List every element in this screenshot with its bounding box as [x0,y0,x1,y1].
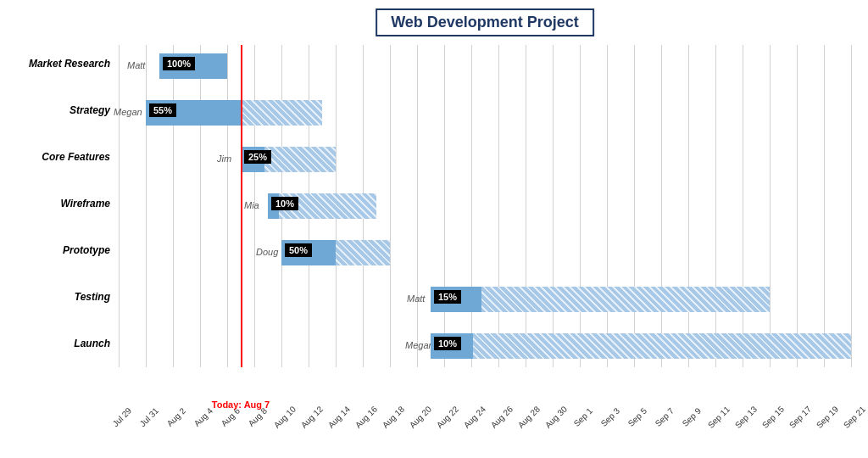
row-label-market-research: Market Research [29,58,110,70]
gantt-bar-strategy: Megan55% [146,100,322,126]
x-axis-label: Sep 17 [787,405,813,430]
person-label-wireframe: Mia [244,200,259,210]
x-axis-label: Aug 10 [272,405,298,430]
grid-line [227,45,228,367]
grid-line [580,45,581,367]
x-axis-label: Aug 14 [326,405,352,430]
bar-hatched-strategy [242,100,322,126]
bar-hatched-launch [473,333,851,359]
grid-line [770,45,771,367]
x-axis-label: Sep 11 [706,405,732,430]
person-label-strategy: Megan [114,107,142,117]
x-axis-label: Sep 5 [626,406,648,428]
person-label-launch: Megan [405,340,434,350]
percent-badge-core-features: 25% [244,150,271,164]
row-label-prototype: Prototype [63,244,110,256]
gantt-bar-testing: Matt15% [431,287,770,312]
row-labels: Market ResearchStrategyCore FeaturesWire… [0,45,114,367]
x-axis-label: Sep 15 [760,405,786,430]
grid-line [797,45,798,367]
row-label-wireframe: Wireframe [60,198,110,209]
x-axis-label: Aug 24 [462,405,487,430]
x-axis-label: Aug 30 [543,405,569,430]
x-axis-label: Sep 3 [599,406,621,428]
grid-line [526,45,526,367]
grid-line [661,45,662,367]
grid-line [390,45,391,367]
bar-hatched-testing [481,287,770,312]
grid-line [119,45,120,367]
chart-title: Web Development Project [376,8,594,36]
x-axis-label: Aug 26 [489,405,515,430]
grid-line [824,45,825,367]
today-line: Today: Aug 7 [241,45,242,367]
person-label-testing: Matt [407,293,425,304]
percent-badge-launch: 10% [434,337,461,350]
row-label-launch: Launch [74,338,110,349]
chart-container: Web Development Project Market ResearchS… [0,0,868,458]
x-axis-label: Jul 31 [138,406,161,429]
person-label-prototype: Doug [256,247,278,257]
gantt-area: Market ResearchStrategyCore FeaturesWire… [119,45,851,367]
x-axis-label: Sep 21 [842,405,867,430]
x-axis-label: Aug 2 [165,406,187,428]
row-label-testing: Testing [75,291,110,303]
gantt-bar-market-research: Matt100% [159,53,227,79]
grid-line [553,45,554,367]
percent-badge-prototype: 50% [285,243,312,257]
gantt-bar-launch: Megan10% [431,333,851,359]
percent-badge-wireframe: 10% [271,197,298,210]
grid-line [607,45,608,367]
grid-line [715,45,716,367]
grid-line [743,45,743,367]
gantt-bar-prototype: Doug50% [281,240,390,265]
x-axis-label: Sep 7 [654,406,676,428]
x-axis-label: Aug 18 [381,405,406,430]
grid-line [444,45,445,367]
x-axis-label: Sep 19 [815,405,840,430]
grid-line [173,45,174,367]
percent-badge-market-research: 100% [163,57,195,70]
x-axis-label: Aug 20 [408,405,433,430]
x-axis-label: Aug 22 [435,405,460,430]
percent-badge-strategy: 55% [149,103,176,117]
x-axis-label: Sep 13 [733,405,759,430]
x-axis-label: Jul 29 [111,406,134,429]
grid-line [417,45,418,367]
grid-line [498,45,499,367]
grid-line [200,45,201,367]
gantt-bar-wireframe: Mia10% [268,193,376,219]
person-label-core-features: Jim [217,154,231,164]
grid-line [851,45,852,367]
gantt-bar-core-features: Jim25% [241,147,336,172]
person-label-market-research: Matt [127,60,145,70]
x-axis-label: Aug 16 [353,405,379,430]
grid-line [471,45,472,367]
bar-hatched-core-features [264,147,336,172]
x-axis-label: Sep 1 [572,406,594,428]
x-axis-label: Aug 12 [299,405,325,430]
x-axis-label: Aug 28 [516,405,542,430]
row-label-core-features: Core Features [42,151,110,163]
percent-badge-testing: 15% [434,290,461,304]
x-axis-label: Sep 9 [681,406,703,428]
grid-line [688,45,689,367]
today-label: Today: Aug 7 [212,399,270,410]
bar-hatched-prototype [336,240,390,265]
grid-lines [119,45,851,367]
grid-line [146,45,147,367]
row-label-strategy: Strategy [70,104,110,116]
grid-line [634,45,635,367]
